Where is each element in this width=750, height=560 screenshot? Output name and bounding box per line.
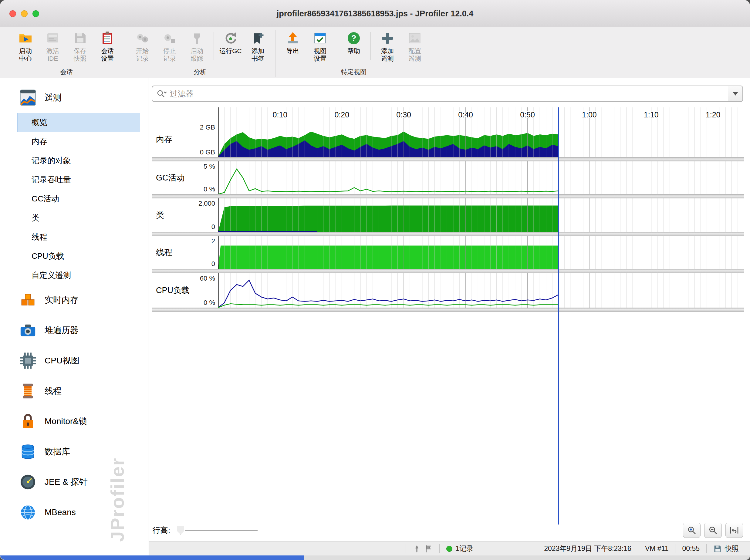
sidebar-item-recorded-throughput[interactable]: 记录吞吐量 xyxy=(17,170,140,189)
sidebar-section-label: CPU视图 xyxy=(45,355,79,366)
scale-top-label: 2,000 xyxy=(198,200,215,207)
gc-activity-chart[interactable] xyxy=(218,161,744,194)
session-settings-button[interactable]: 会话 设置 xyxy=(94,30,121,62)
snapshot-status: 快照 xyxy=(707,542,746,556)
sidebar-section-label: 实时内存 xyxy=(45,294,79,306)
current-time-indicator[interactable] xyxy=(558,107,559,524)
add-telemetry-icon xyxy=(380,31,395,45)
toolbar-group-2: 开始 记录停止 记录启动 跟踪运行GC添加 书签分析 xyxy=(125,30,275,77)
chart-row-label: GC活动 xyxy=(156,172,185,183)
statusbar-elapsed-time: 00:55 xyxy=(682,544,699,553)
toolbar-button-label: 视图 设置 xyxy=(314,47,327,62)
chart-label-col: 内存2 GB0 GB xyxy=(152,122,218,157)
toolbar-group-1: 启动 中心激活 IDE保存 快照会话 设置会话 xyxy=(8,30,125,77)
classes-chart[interactable] xyxy=(218,198,744,232)
svg-text:0:20: 0:20 xyxy=(334,111,349,119)
live-memory-icon xyxy=(19,291,37,309)
sidebar-section-telemetries[interactable]: 遥测 xyxy=(0,82,148,113)
sidebar-item-recorded-objects[interactable]: 记录的对象 xyxy=(17,151,140,170)
activate-ide-icon xyxy=(45,31,60,45)
bookmark-flag-icon[interactable] xyxy=(424,544,433,553)
add-bookmark-button[interactable]: 添加 书签 xyxy=(244,30,272,62)
toolbar-button-label: 添加 书签 xyxy=(252,47,264,62)
chart-label-col: GC活动5 %0 % xyxy=(152,161,218,194)
jee-probes-icon xyxy=(19,473,37,491)
toolbar-separator xyxy=(337,32,337,60)
pin-time-icon[interactable] xyxy=(413,544,421,553)
scale-top-label: 60 % xyxy=(200,275,215,282)
add-telemetry-button[interactable]: 添加 遥测 xyxy=(374,30,401,62)
help-button[interactable]: ?帮助 xyxy=(340,30,368,62)
toolbar: 启动 中心激活 IDE保存 快照会话 设置会话开始 记录停止 记录启动 跟踪运行… xyxy=(0,27,750,78)
bottom-controls: 行高: xyxy=(152,522,743,539)
sidebar-item-label: 记录的对象 xyxy=(32,155,71,166)
export-icon xyxy=(285,31,300,45)
sidebar-item-label: CPU负载 xyxy=(32,251,64,261)
run-gc-icon xyxy=(223,31,238,45)
export-button[interactable]: 导出 xyxy=(279,30,307,62)
databases-icon xyxy=(19,443,37,460)
help-icon: ? xyxy=(347,31,361,45)
statusbar-datetime: 2023年9月19日 下午8:23:16 xyxy=(544,544,631,553)
chart-row-label: 类 xyxy=(156,209,164,221)
chevron-down-icon xyxy=(733,92,738,96)
zoom-in-button[interactable] xyxy=(683,523,700,538)
toolbar-group-label: 特定视图 xyxy=(279,66,428,77)
toolbar-button-label: 添加 遥测 xyxy=(381,47,394,62)
svg-text:1:20: 1:20 xyxy=(706,111,721,119)
sidebar-item-gc-activity[interactable]: GC活动 xyxy=(17,189,140,208)
sidebar-item-cpu-load[interactable]: CPU负载 xyxy=(17,247,140,266)
sidebar-item-label: 内存 xyxy=(32,136,47,147)
threads-chart[interactable] xyxy=(218,236,744,269)
chart-row-separator xyxy=(152,157,744,161)
sidebar-item-memory[interactable]: 内存 xyxy=(17,132,140,151)
toolbar-button-label: 保存 快照 xyxy=(74,47,86,62)
sidebar-section-label: 线程 xyxy=(45,385,62,397)
save-snapshot-button: 保存 快照 xyxy=(66,30,94,62)
start-center-button[interactable]: 启动 中心 xyxy=(12,30,39,62)
chart-row-separator xyxy=(152,307,744,312)
stop-recording-button: 停止 记录 xyxy=(156,30,183,62)
sidebar-item-overview[interactable]: 概览 xyxy=(17,113,140,132)
save-snapshot-icon xyxy=(73,31,87,45)
toolbar-group-3: 导出视图 设置?帮助添加 遥测配置 遥测特定视图 xyxy=(275,30,432,77)
chart-row-classes: 类2,0000 xyxy=(152,198,744,232)
memory-chart[interactable] xyxy=(218,122,744,157)
timeline-axis[interactable]: 0:100:200:300:400:501:001:101:20 xyxy=(218,107,744,122)
scale-bottom-label: 0 GB xyxy=(200,148,215,156)
sidebar-item-classes[interactable]: 类 xyxy=(17,208,140,227)
zoom-out-button[interactable] xyxy=(704,523,722,538)
scale-top-label: 2 xyxy=(212,237,215,245)
sidebar-section-live-memory[interactable]: 实时内存 xyxy=(0,285,148,315)
filter-input[interactable]: 过滤器 xyxy=(152,85,743,102)
row-height-slider-thumb[interactable] xyxy=(177,526,184,535)
sidebar-item-custom-telemetries[interactable]: 自定义遥测 xyxy=(17,266,140,285)
jprofiler-watermark: JProfiler xyxy=(106,457,128,542)
cpu-load-chart[interactable] xyxy=(218,273,744,307)
row-height-slider-track[interactable] xyxy=(185,530,258,531)
run-gc-button[interactable]: 运行GC xyxy=(217,30,244,62)
chart-label-col: CPU负载60 %0 % xyxy=(152,273,218,307)
fit-timeline-button[interactable] xyxy=(726,523,743,538)
recording-status: 1记录 xyxy=(440,542,537,556)
sidebar-item-label: 记录吞吐量 xyxy=(32,175,71,185)
titlebar[interactable]: jprofiler8659341761385618953.jps - JProf… xyxy=(0,0,750,27)
filter-dropdown-button[interactable] xyxy=(728,86,743,101)
scale-bottom-label: 0 xyxy=(212,260,215,268)
sidebar-section-threads-view[interactable]: 线程 xyxy=(0,376,148,406)
mbeans-icon xyxy=(19,504,37,521)
scale-bottom-label: 0 xyxy=(212,223,215,231)
view-settings-button[interactable]: 视图 设置 xyxy=(307,30,334,62)
sidebar-section-monitors-locks[interactable]: Monitor&锁 xyxy=(0,406,148,437)
sidebar-item-threads[interactable]: 线程 xyxy=(17,227,140,247)
sidebar-item-label: 线程 xyxy=(32,232,47,242)
threads-view-icon xyxy=(19,382,37,400)
sidebar-section-cpu-views[interactable]: CPU视图 xyxy=(0,345,148,376)
sidebar-item-label: 概览 xyxy=(32,117,47,128)
chart-row-label: CPU负载 xyxy=(156,285,190,296)
sidebar-section-heap-walker[interactable]: 堆遍历器 xyxy=(0,315,148,345)
chart-label-col: 线程20 xyxy=(152,236,218,269)
stop-recording-icon xyxy=(162,31,177,45)
toolbar-button-label: 开始 记录 xyxy=(136,47,149,62)
svg-text:?: ? xyxy=(351,34,356,43)
